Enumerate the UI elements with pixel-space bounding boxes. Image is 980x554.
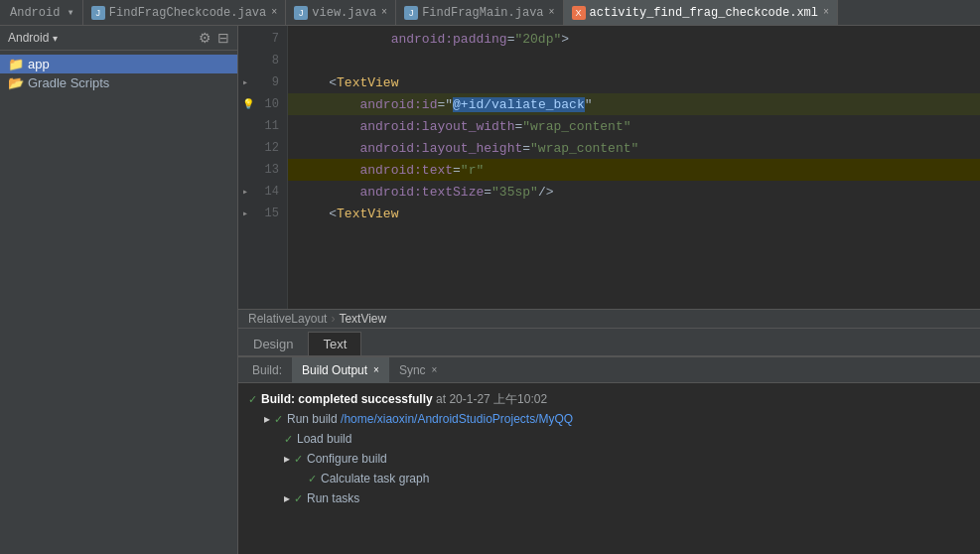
build-line-5: ✓ Calculate task graph — [248, 469, 970, 488]
build-path-link[interactable]: /home/xiaoxin/AndroidStudioProjects/MyQQ — [341, 410, 573, 428]
code-editor[interactable]: 7 8 ▸ 9 💡 10 11 12 13 ▸ 14 — [238, 26, 980, 355]
check-icon-6: ✓ — [294, 489, 303, 507]
tab-bar: Android ▾ J FindFragCheckcode.java × J v… — [0, 0, 980, 26]
code-line-9: <TextView — [288, 71, 980, 93]
run-tasks-text: Run tasks — [307, 489, 359, 507]
bottom-panel: Build: Build Output × Sync × ✓ Build: co… — [238, 355, 980, 554]
java-icon-2: J — [294, 6, 308, 20]
close-icon-2[interactable]: × — [381, 7, 387, 18]
project-tree: 📁 app 📂 Gradle Scripts — [0, 51, 237, 554]
close-build-output-icon[interactable]: × — [373, 364, 379, 375]
line-num-9: ▸ 9 — [238, 71, 287, 93]
dropdown-arrow-icon: ▾ — [53, 33, 58, 44]
line-num-10: 💡 10 — [238, 93, 287, 115]
fold-icon-14[interactable]: ▸ — [242, 186, 248, 198]
line-numbers: 7 8 ▸ 9 💡 10 11 12 13 ▸ 14 — [238, 26, 288, 309]
line-num-label-7: 7 — [272, 32, 279, 46]
code-line-13: android:text="r" — [288, 159, 980, 181]
breadcrumb-item-textview[interactable]: TextView — [339, 312, 386, 326]
tab-android[interactable]: Android ▾ — [2, 0, 83, 26]
bottom-tab-build-output[interactable]: Build Output × — [292, 357, 389, 383]
tab-label-findfragcheckcode: FindFragCheckcode.java — [109, 6, 266, 20]
bottom-tab-build-output-text: Build Output — [302, 363, 367, 377]
line-num-label-13: 13 — [265, 163, 279, 177]
arrow-icon-1: ▸ — [264, 410, 270, 428]
bottom-tab-bar: Build: Build Output × Sync × — [238, 357, 980, 383]
fold-icon-15[interactable]: ▸ — [242, 208, 248, 219]
breadcrumb-separator: › — [331, 312, 335, 326]
code-line-14: android:textSize="35sp"/> — [288, 181, 980, 203]
code-lines-container: 7 8 ▸ 9 💡 10 11 12 13 ▸ 14 — [238, 26, 980, 309]
sidebar-toolbar: ⚙ ⊟ — [199, 30, 229, 46]
tab-label-view: view.java — [312, 6, 376, 20]
build-line-3: ✓ Load build — [248, 429, 970, 449]
breadcrumb-item-relativelayout[interactable]: RelativeLayout — [248, 312, 327, 326]
code-line-12: android:layout_height="wrap_content" — [288, 137, 980, 159]
check-icon-4: ✓ — [294, 450, 303, 468]
arrow-icon-2: ▸ — [284, 450, 290, 468]
sidebar-item-label-app: app — [28, 57, 50, 71]
java-icon-3: J — [404, 6, 418, 20]
configure-build-text: Configure build — [307, 450, 387, 468]
line-num-7: 7 — [238, 28, 287, 50]
line-num-label-8: 8 — [272, 54, 279, 68]
line-num-15: ▸ 15 — [238, 203, 287, 224]
gear-icon[interactable]: ⚙ — [199, 30, 211, 46]
line-num-11: 11 — [238, 115, 287, 137]
fold-icon-9[interactable]: ▸ — [242, 76, 248, 88]
line-num-13: 13 — [238, 159, 287, 181]
build-success-text: Build: completed successfully — [261, 390, 433, 408]
calculate-task-text: Calculate task graph — [321, 470, 429, 487]
line-num-8: 8 — [238, 50, 287, 71]
tab-label-activity-find: activity_find_frag_checkcode.xml — [590, 6, 818, 20]
tab-findfragmain[interactable]: J FindFragMain.java × — [396, 0, 563, 26]
line-num-label-9: 9 — [272, 75, 279, 89]
load-build-text: Load build — [297, 430, 351, 448]
collapse-icon[interactable]: ⊟ — [217, 30, 229, 46]
run-build-text: Run build — [287, 410, 341, 428]
sidebar-item-label-gradle: Gradle Scripts — [28, 75, 109, 90]
tab-view[interactable]: J view.java × — [286, 0, 396, 26]
line-num-label-10: 10 — [265, 97, 279, 111]
close-icon-1[interactable]: × — [271, 7, 277, 18]
bulb-icon-10[interactable]: 💡 — [242, 98, 254, 110]
sidebar-item-app[interactable]: 📁 app — [0, 55, 237, 73]
build-line-6: ▸ ✓ Run tasks — [248, 488, 970, 508]
arrow-icon-3: ▸ — [284, 489, 290, 507]
tab-design[interactable]: Design — [238, 332, 308, 355]
check-icon-3: ✓ — [284, 430, 293, 448]
tab-findfragcheckcode[interactable]: J FindFragCheckcode.java × — [83, 0, 286, 26]
bottom-tab-build-label-text: Build: — [252, 363, 282, 377]
android-dropdown-label: Android ▾ — [10, 5, 74, 20]
build-timestamp: at 20-1-27 上午10:02 — [433, 390, 547, 408]
folder-open-icon: 📁 — [8, 57, 24, 71]
close-icon-4[interactable]: × — [823, 7, 829, 18]
bottom-tab-sync[interactable]: Sync × — [389, 357, 448, 383]
sidebar-item-gradle[interactable]: 📂 Gradle Scripts — [0, 73, 237, 92]
code-line-11: android:layout_width="wrap_content" — [288, 115, 980, 137]
check-icon-1: ✓ — [248, 390, 257, 408]
build-line-1: ✓ Build: completed successfully at 20-1-… — [248, 389, 970, 409]
build-line-2: ▸ ✓ Run build /home/xiaoxin/AndroidStudi… — [248, 409, 970, 429]
bottom-tab-build-label[interactable]: Build: — [242, 357, 292, 383]
main-layout: Android ▾ ⚙ ⊟ 📁 app 📂 Gradle Scripts — [0, 26, 980, 554]
sidebar-header: Android ▾ ⚙ ⊟ — [0, 26, 237, 51]
highlighted-attr-value: @+id/valiate_back — [453, 97, 585, 112]
line-num-14: ▸ 14 — [238, 181, 287, 203]
project-dropdown[interactable]: Android ▾ — [8, 31, 58, 45]
code-line-10: android:id="@+id/valiate_back" — [288, 93, 980, 115]
editor-mode-tabs: Design Text — [238, 328, 980, 355]
bottom-tab-sync-text: Sync — [399, 363, 426, 377]
check-icon-5: ✓ — [308, 470, 317, 487]
tab-text[interactable]: Text — [308, 332, 361, 355]
code-content[interactable]: android:padding="20dp"> <TextView androi… — [288, 26, 980, 309]
line-num-label-14: 14 — [265, 185, 279, 199]
build-output-content: ✓ Build: completed successfully at 20-1-… — [238, 383, 980, 554]
tab-activity-find[interactable]: X activity_find_frag_checkcode.xml × — [564, 0, 838, 26]
line-num-label-11: 11 — [265, 119, 279, 133]
line-num-12: 12 — [238, 137, 287, 159]
close-icon-3[interactable]: × — [549, 7, 555, 18]
close-sync-icon[interactable]: × — [432, 364, 438, 375]
breadcrumb: RelativeLayout › TextView — [238, 309, 980, 328]
project-dropdown-label: Android — [8, 31, 49, 45]
